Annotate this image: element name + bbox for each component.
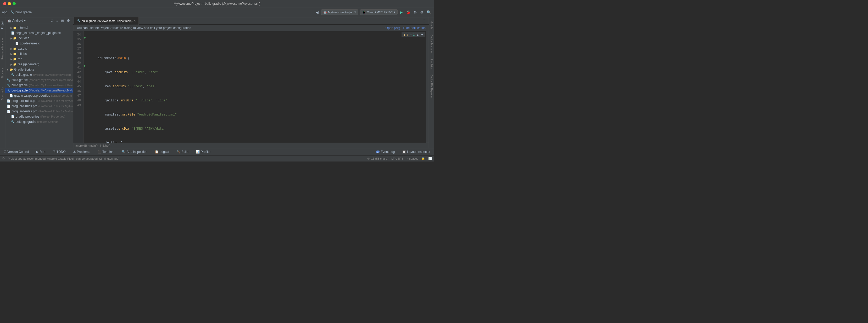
list-item[interactable]: ▶ 📁 internal	[5, 25, 73, 30]
chevron-up[interactable]: ▲	[416, 33, 419, 36]
list-item[interactable]: 📄 gradle-wrapper.properties (Gradle Vers…	[5, 93, 73, 98]
list-item[interactable]: 📄 gradle.properties (Project Properties)	[5, 114, 73, 119]
layout-inspector-label: Layout Inspector	[407, 150, 430, 154]
list-item[interactable]: 📄 proguard-rules.pro (ProGuard Rules for…	[5, 98, 73, 104]
list-item[interactable]: ▶ 📁 assets	[5, 46, 73, 51]
list-item[interactable]: 🔧 settings.gradle (Project Settings)	[5, 119, 73, 124]
active-editor-tab[interactable]: 🔧 build.gradle (:MyAwesomeProject:main) …	[74, 17, 139, 25]
list-item[interactable]: 📄 proguard-rules.pro (ProGuard Rules for…	[5, 109, 73, 114]
sync-button[interactable]: ⚙	[413, 9, 418, 15]
list-item[interactable]: ▶ 📁 jniLibs	[5, 51, 73, 57]
problems-tool[interactable]: ⚠ Problems	[71, 149, 92, 154]
list-item[interactable]: ▶ 📁 res	[5, 57, 73, 62]
device-icon: 📱	[362, 10, 366, 14]
todo-label: TODO	[57, 150, 65, 154]
right-tab-device-manager[interactable]: Device Manager	[430, 32, 433, 56]
tab-close-button[interactable]: ✕	[133, 19, 136, 23]
code-editor[interactable]: ▲ 1 ✓ 1 ▲ ▼ 34 35 36 37 38 39 40 41 42 4…	[73, 31, 429, 143]
options-icon[interactable]: ⚙	[66, 18, 71, 24]
code-content[interactable]: sourceSets.main { java.srcDirs "../src",…	[88, 31, 426, 143]
minimize-button[interactable]	[8, 2, 11, 5]
list-item[interactable]: 📄 cpu-features.c	[5, 41, 73, 46]
layout-inspector-tool[interactable]: 🔲 Layout Inspector	[401, 149, 432, 154]
device-name: Xiaomi M2012K10C	[367, 11, 393, 14]
right-tab-device-file-explorer[interactable]: Device File Explorer	[430, 72, 433, 100]
search-button[interactable]: 🔍	[426, 9, 432, 15]
code-line-40: assets.srcDir "${RES_PATH}/data"	[90, 127, 424, 131]
sidebar-tab-bookmarks[interactable]: Bookmarks	[1, 85, 4, 102]
status-vcs-icon: ⎔	[2, 157, 5, 160]
left-sidebar-tabs: Project Resource Manager Structure Bookm…	[0, 17, 5, 148]
settings-button[interactable]: ⚙	[419, 9, 424, 15]
debug-button[interactable]: 🐞	[405, 9, 411, 15]
status-bar-right: 44:13 (58 chars) LF UTF-8 4 spaces 🔒 📊	[367, 157, 432, 160]
editor-tabs: 🔧 build.gradle (:MyAwesomeProject:main) …	[73, 17, 429, 25]
logcat-tool[interactable]: 📋 Logcat	[153, 149, 170, 154]
hide-notification-link[interactable]: Hide notification	[403, 26, 426, 30]
tab-label: build.gradle (:MyAwesomeProject:main)	[82, 19, 132, 23]
android-icon: 🤖	[7, 19, 11, 23]
code-line-35: sourceSets.main {	[90, 56, 424, 61]
list-item[interactable]: 🔧 build.gradle (Project: MyAwesomeProjec…	[5, 72, 73, 77]
editor-scrollbar[interactable]	[426, 31, 429, 143]
tab-icon: 🔧	[77, 19, 81, 23]
main-layout: Project Resource Manager Structure Bookm…	[0, 17, 434, 148]
back-button[interactable]: ◀	[315, 9, 319, 15]
build-icon: 🔨	[177, 150, 180, 154]
list-item[interactable]: 🔧 build.gradle (Module: MyAwesomeProject…	[5, 82, 73, 88]
version-control-tool[interactable]: ⎔ Version Control	[2, 149, 30, 154]
tab-menu-button[interactable]: ⋮	[421, 18, 428, 23]
run-tool[interactable]: ▶ Run	[35, 149, 47, 154]
event-log-tool[interactable]: 1 Event Log	[374, 149, 396, 154]
sidebar-tab-structure[interactable]: Structure	[1, 66, 4, 80]
cursor-position: 44:13 (58 chars)	[367, 157, 388, 160]
expand-all-icon[interactable]: ⊞	[60, 18, 65, 24]
right-tab-emulator[interactable]: Emulator	[430, 57, 433, 71]
run-button[interactable]: ▶	[399, 9, 404, 15]
build-tool[interactable]: 🔨 Build	[175, 149, 190, 154]
status-bar: ⎔ Project update recommended: Android Gr…	[0, 155, 434, 162]
panel-header-left: 🤖 Android ▾	[7, 19, 26, 23]
terminal-tool[interactable]: ⬛ Terminal	[96, 149, 116, 154]
collapse-all-icon[interactable]: ≡	[56, 18, 59, 24]
right-tab-gradle[interactable]: Gradle	[430, 19, 433, 31]
list-item[interactable]: 🔧 build.gradle (Module: MyAwesomeProject…	[5, 77, 73, 82]
terminal-label: Terminal	[102, 150, 114, 154]
warnings-strip: ▲ 1 ✓ 1 ▲ ▼	[402, 32, 425, 37]
code-line-36: java.srcDirs "../src", "src"	[90, 70, 424, 75]
encoding: LF UTF-8	[391, 157, 404, 160]
app-inspection-tool[interactable]: 🔍 App Inspection	[120, 149, 149, 154]
editor-breadcrumb: android{} › main{} › jniLibs{}	[75, 144, 110, 147]
sidebar-tab-resource[interactable]: Resource Manager	[1, 36, 4, 61]
list-item[interactable]: ▶ 📁 includes	[5, 36, 73, 41]
chevron-down[interactable]: ▼	[421, 33, 424, 36]
gutter: ◆ ◆	[84, 31, 88, 143]
open-link[interactable]: Open (⌘;)	[385, 26, 400, 30]
breadcrumb-icon: 🔧	[10, 10, 14, 14]
code-line-39: manifest.srcFile "AndroidManifest.xml"	[90, 112, 424, 117]
breadcrumb: app › 🔧 build.gradle	[2, 10, 32, 14]
sidebar-tab-project[interactable]: Project	[1, 19, 4, 31]
list-item[interactable]: ▼ 📂 Gradle Scripts	[5, 67, 73, 72]
locate-icon[interactable]: ⊙	[50, 18, 55, 24]
code-line-37: res.srcDirs "../res", 'res'	[90, 84, 424, 89]
editor-breadcrumb-bar: android{} › main{} › jniLibs{}	[73, 143, 429, 148]
problems-icon: ⚠	[73, 150, 76, 154]
list-item-selected[interactable]: 🔧 build.gradle (Module: MyAwesomeProject…	[5, 88, 73, 93]
device-selector[interactable]: 📱 Xiaomi M2012K10C ▾	[360, 9, 398, 15]
list-item[interactable]: ▶ 📁 res (generated)	[5, 62, 73, 67]
profiler-tool[interactable]: 📊 Profiler	[194, 149, 212, 154]
app-inspection-label: App Inspection	[127, 150, 147, 154]
run-icon: ▶	[36, 150, 38, 154]
device-chevron: ▾	[394, 10, 395, 14]
breadcrumb-file: build.gradle	[16, 10, 32, 14]
indent: 4 spaces	[407, 157, 418, 160]
todo-tool[interactable]: ☑ TODO	[51, 149, 67, 154]
list-item[interactable]: 📄 zego_express_engine_plugin.cc	[5, 30, 73, 36]
project-selector[interactable]: 🤖 MyAwesomeProject ▾	[321, 9, 358, 15]
code-line-34	[90, 42, 424, 46]
list-item[interactable]: 📄 proguard-rules.pro (ProGuard Rules for…	[5, 104, 73, 109]
close-button[interactable]	[3, 2, 6, 5]
maximize-button[interactable]	[12, 2, 16, 5]
panel-dropdown[interactable]: ▾	[24, 19, 26, 23]
